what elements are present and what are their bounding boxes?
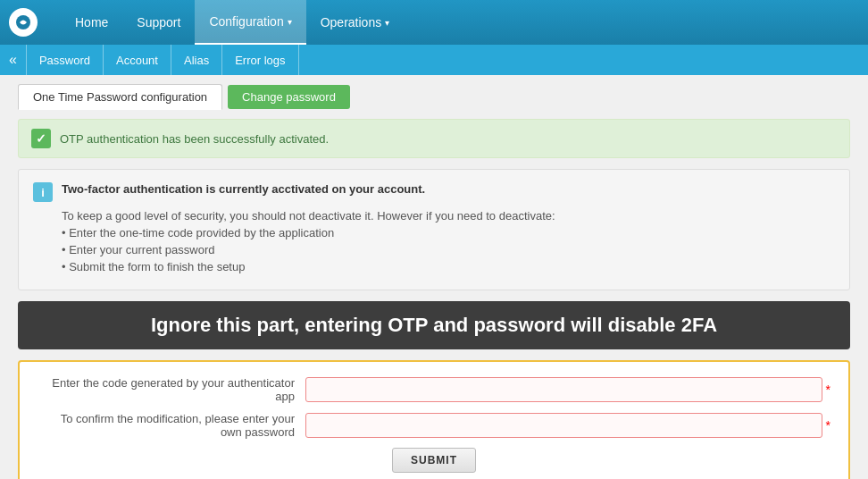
logo-icon: [9, 8, 38, 37]
info-step-2: Enter your current password: [62, 243, 835, 256]
info-steps: Enter the one-time code provided by the …: [62, 226, 835, 273]
change-password-button[interactable]: Change password: [228, 85, 350, 109]
info-step-3: Submit the form to finish the setup: [62, 260, 835, 273]
info-icon: i: [33, 182, 53, 202]
logo: [9, 8, 43, 37]
sec-nav-alias[interactable]: Alias: [171, 45, 222, 75]
nav-home[interactable]: Home: [61, 0, 122, 45]
info-box: i Two-factor authentication is currently…: [18, 169, 850, 290]
form-box: Enter the code generated by your authent…: [18, 360, 850, 479]
submit-row: SUBMIT: [38, 448, 830, 473]
sec-nav-error-logs[interactable]: Error logs: [222, 45, 298, 75]
info-title: Two-factor authentication is currently a…: [62, 182, 425, 196]
main-content: One Time Password configuration Change p…: [0, 75, 868, 479]
info-step-1: Enter the one-time code provided by the …: [62, 226, 835, 240]
secondary-navigation: « Password Account Alias Error logs: [0, 45, 868, 75]
nav-configuration[interactable]: Configuration ▾: [195, 0, 305, 45]
operations-caret: ▾: [385, 18, 389, 28]
password-field-label: To confirm the modification, please ente…: [38, 412, 305, 439]
otp-field-label: Enter the code generated by your authent…: [38, 376, 305, 403]
nav-support[interactable]: Support: [122, 0, 195, 45]
info-header: i Two-factor authentication is currently…: [33, 182, 835, 202]
info-intro: To keep a good level of security, you sh…: [62, 209, 835, 223]
tab-otp-config[interactable]: One Time Password configuration: [18, 84, 222, 110]
success-alert: ✓ OTP authentication has been successful…: [18, 119, 850, 158]
info-body: To keep a good level of security, you sh…: [62, 209, 835, 273]
form-row-password: To confirm the modification, please ente…: [38, 412, 830, 439]
submit-button[interactable]: SUBMIT: [392, 448, 476, 473]
tab-bar: One Time Password configuration Change p…: [18, 84, 850, 110]
otp-input[interactable]: [305, 377, 822, 402]
form-row-otp: Enter the code generated by your authent…: [38, 376, 830, 403]
back-arrow-icon[interactable]: «: [9, 52, 17, 68]
required-star-1: *: [826, 382, 830, 397]
success-icon: ✓: [31, 129, 51, 148]
configuration-caret: ▾: [288, 17, 292, 27]
top-navigation: Home Support Configuration ▾ Operations …: [0, 0, 868, 45]
sec-nav-password[interactable]: Password: [26, 45, 104, 75]
nav-items: Home Support Configuration ▾ Operations …: [61, 0, 404, 45]
alert-message: OTP authentication has been successfully…: [60, 132, 329, 146]
password-input[interactable]: [305, 413, 822, 438]
overlay-banner: Ignore this part, entering OTP and passw…: [18, 301, 850, 349]
nav-operations[interactable]: Operations ▾: [306, 0, 404, 45]
sec-nav-account[interactable]: Account: [104, 45, 171, 75]
required-star-2: *: [826, 418, 830, 433]
